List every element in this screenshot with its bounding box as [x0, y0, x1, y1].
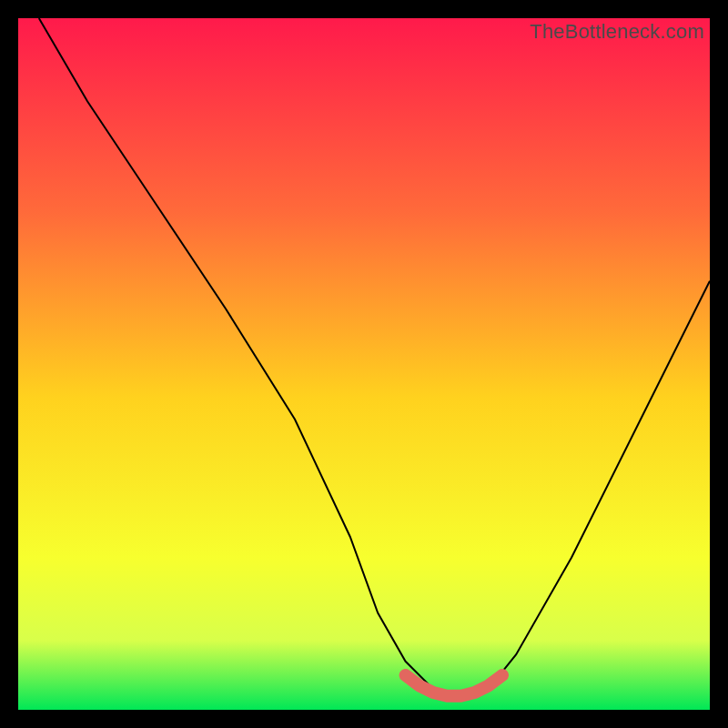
- watermark-text: TheBottleneck.com: [530, 20, 704, 44]
- gradient-background: [18, 18, 710, 710]
- chart-frame: TheBottleneck.com: [18, 18, 710, 710]
- bottleneck-chart: [18, 18, 710, 710]
